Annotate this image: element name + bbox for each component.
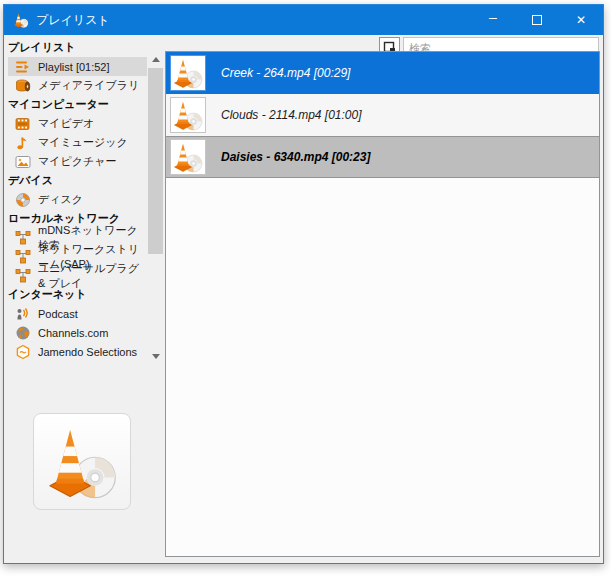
vlc-cone-icon: [172, 141, 204, 173]
my-videos-icon: [15, 116, 31, 132]
sidebar-scrollbar[interactable]: [147, 51, 164, 365]
sidebar: プレイリスト Playlist [01:52] メディアライブラリ: [8, 38, 164, 365]
network-icon: [15, 268, 31, 284]
scroll-up-button[interactable]: [147, 51, 164, 68]
globe-icon: [15, 325, 31, 341]
playlist-row[interactable]: Clouds - 2114.mp4 [01:00]: [166, 94, 599, 136]
sidebar-item-upnp[interactable]: ユニバーサルプラグ & プレイ: [8, 266, 147, 285]
playlist-window: プレイリスト – ✕ プレイリスト Playlist [01:52]: [3, 4, 604, 564]
sidebar-item-playlist[interactable]: Playlist [01:52]: [8, 57, 147, 76]
scrollbar-thumb[interactable]: [148, 68, 163, 254]
podcast-icon: [15, 306, 31, 322]
maximize-button[interactable]: [515, 5, 559, 35]
sidebar-tree: プレイリスト Playlist [01:52] メディアライブラリ: [8, 38, 147, 361]
sidebar-item-media-library[interactable]: メディアライブラリ: [8, 76, 147, 95]
close-button[interactable]: ✕: [559, 5, 603, 35]
sidebar-item-my-music[interactable]: マイミュージック: [8, 133, 147, 152]
titlebar[interactable]: プレイリスト – ✕: [4, 5, 603, 35]
media-thumbnail: [170, 139, 206, 175]
sidebar-item-label: Jamendo Selections: [38, 346, 137, 358]
my-music-icon: [15, 135, 31, 151]
playlist-row[interactable]: Creek - 264.mp4 [00:29]: [166, 52, 599, 94]
sidebar-item-label: Playlist [01:52]: [38, 61, 110, 73]
sidebar-item-jamendo[interactable]: Jamendo Selections: [8, 342, 147, 361]
media-title: Creek - 264.mp4 [00:29]: [221, 66, 350, 80]
media-library-icon: [15, 78, 31, 94]
scroll-down-button[interactable]: [147, 348, 164, 365]
sidebar-item-label: Channels.com: [38, 327, 108, 339]
sidebar-item-my-videos[interactable]: マイビデオ: [8, 114, 147, 133]
vlc-cone-icon: [172, 99, 204, 131]
sidebar-item-label: マイビデオ: [38, 116, 94, 131]
sidebar-item-channels[interactable]: Channels.com: [8, 323, 147, 342]
sidebar-item-label: マイミュージック: [38, 135, 128, 150]
sidebar-item-label: Podcast: [38, 308, 78, 320]
playlist-icon: [15, 59, 31, 75]
minimize-button[interactable]: –: [471, 5, 515, 35]
sidebar-group-playlist: プレイリスト: [8, 38, 147, 57]
sidebar-item-label: マイピクチャー: [38, 154, 117, 169]
media-title: Clouds - 2114.mp4 [01:00]: [221, 108, 362, 122]
vlc-logo-card: [33, 413, 131, 510]
sidebar-group-devices: デバイス: [8, 171, 147, 190]
playlist-row[interactable]: Daisies - 6340.mp4 [00:23]: [166, 136, 599, 178]
sidebar-item-podcast[interactable]: Podcast: [8, 304, 147, 323]
maximize-icon: [532, 15, 542, 25]
media-title: Daisies - 6340.mp4 [00:23]: [221, 150, 370, 164]
media-thumbnail: [170, 55, 206, 91]
sidebar-item-label: ディスク: [38, 192, 83, 207]
vlc-cone-icon: [172, 57, 204, 89]
network-icon: [15, 230, 31, 246]
vlc-logo: [44, 424, 120, 500]
sidebar-item-label: ユニバーサルプラグ & プレイ: [38, 261, 147, 291]
sidebar-item-label: メディアライブラリ: [38, 78, 139, 93]
sidebar-item-disc[interactable]: ディスク: [8, 190, 147, 209]
vlc-cone-icon: [13, 12, 29, 28]
jamendo-icon: [15, 344, 31, 360]
sidebar-item-my-pictures[interactable]: マイピクチャー: [8, 152, 147, 171]
my-pictures-icon: [15, 154, 31, 170]
media-thumbnail: [170, 97, 206, 133]
scroll-down-icon: [152, 354, 160, 359]
playlist-view[interactable]: Creek - 264.mp4 [00:29] Clouds - 2114.mp…: [165, 51, 600, 557]
disc-icon: [15, 192, 31, 208]
scroll-up-icon: [152, 57, 160, 62]
sidebar-group-my-computer: マイコンピューター: [8, 95, 147, 114]
window-title: プレイリスト: [36, 12, 110, 29]
network-icon: [15, 249, 31, 265]
